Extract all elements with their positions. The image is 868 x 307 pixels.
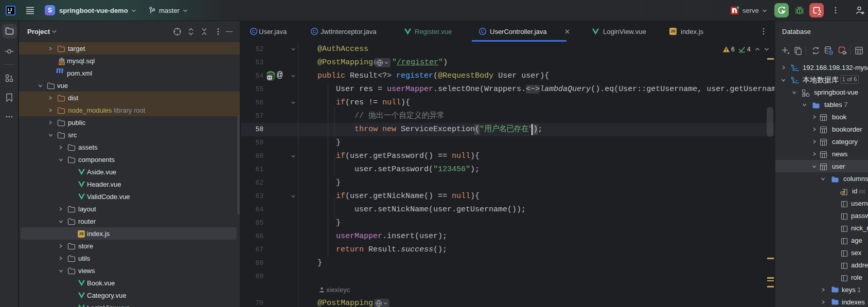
svg-text:C: C — [252, 29, 256, 34]
svg-text:C: C — [481, 29, 485, 34]
svg-text:C: C — [313, 29, 316, 34]
